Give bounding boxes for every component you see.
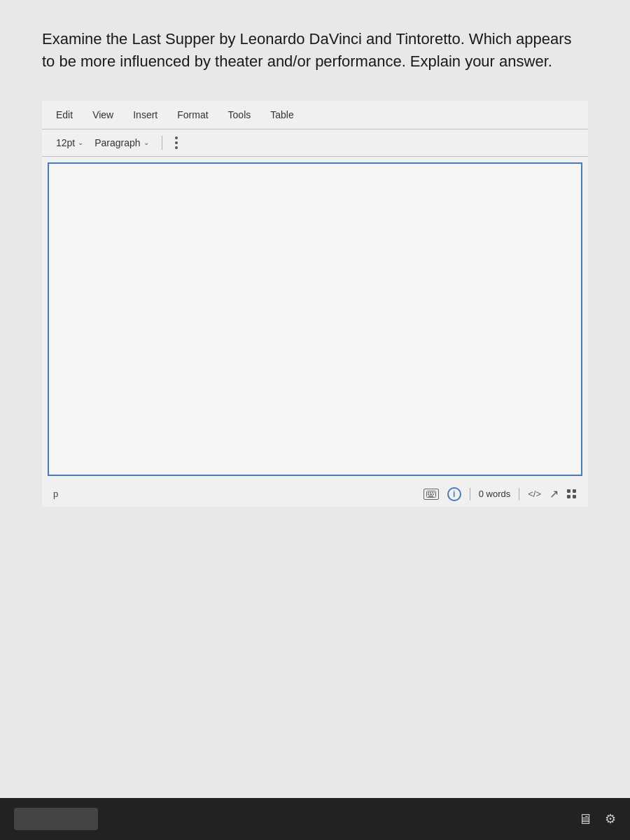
menu-bar: Edit View Insert Format Tools Table: [42, 101, 588, 130]
toolbar-divider: [162, 136, 162, 150]
grid-dot-2: [573, 489, 576, 493]
grid-dot-3: [567, 495, 570, 498]
word-count: 0 words: [479, 489, 511, 499]
code-toggle[interactable]: </>: [528, 489, 541, 499]
menu-item-edit[interactable]: Edit: [53, 108, 76, 122]
paragraph-indicator: p: [53, 489, 58, 499]
keyboard-icon[interactable]: [424, 489, 439, 500]
menu-item-format[interactable]: Format: [174, 108, 211, 122]
grid-dot-4: [573, 495, 576, 498]
taskbar-gear-icon[interactable]: ⚙: [605, 811, 616, 827]
taskbar: 🖥 ⚙: [0, 798, 630, 840]
main-content: Examine the Last Supper by Leonardo DaVi…: [0, 0, 630, 798]
editor-body[interactable]: [48, 162, 582, 476]
menu-item-table[interactable]: Table: [267, 108, 296, 122]
font-size-label: 12pt: [56, 137, 75, 148]
question-text: Examine the Last Supper by Leonardo DaVi…: [42, 28, 588, 73]
svg-rect-8: [428, 496, 433, 497]
dot-2: [175, 141, 178, 144]
editor-container: Edit View Insert Format Tools Table 12pt…: [42, 101, 588, 507]
font-size-chevron-icon: ⌄: [78, 139, 83, 146]
paragraph-label: Paragraph: [94, 137, 140, 148]
more-options-button[interactable]: [172, 135, 181, 150]
svg-rect-5: [428, 493, 429, 495]
info-symbol: i: [453, 489, 455, 499]
menu-item-view[interactable]: View: [90, 108, 116, 122]
status-separator: [470, 488, 470, 500]
grid-icon[interactable]: [567, 489, 577, 499]
grid-dot-1: [567, 489, 570, 493]
svg-rect-6: [430, 493, 432, 495]
menu-item-tools[interactable]: Tools: [225, 108, 254, 122]
svg-rect-4: [434, 492, 435, 493]
svg-rect-1: [428, 492, 429, 493]
taskbar-item-1[interactable]: [14, 808, 98, 830]
status-bar: p i 0 words </>: [42, 482, 588, 507]
font-size-dropdown[interactable]: 12pt ⌄: [53, 136, 86, 150]
paragraph-dropdown[interactable]: Paragraph ⌄: [92, 136, 151, 150]
info-icon[interactable]: i: [447, 487, 461, 501]
taskbar-monitor-icon: 🖥: [578, 811, 592, 827]
svg-rect-3: [432, 492, 433, 493]
toolbar-bar: 12pt ⌄ Paragraph ⌄: [42, 130, 588, 157]
dot-1: [175, 136, 178, 139]
resize-icon[interactable]: ↗: [550, 487, 559, 500]
dot-3: [175, 146, 178, 149]
svg-rect-2: [430, 492, 431, 493]
status-separator-2: [519, 488, 519, 500]
svg-rect-7: [433, 493, 434, 495]
menu-item-insert[interactable]: Insert: [130, 108, 160, 122]
paragraph-chevron-icon: ⌄: [144, 139, 149, 146]
